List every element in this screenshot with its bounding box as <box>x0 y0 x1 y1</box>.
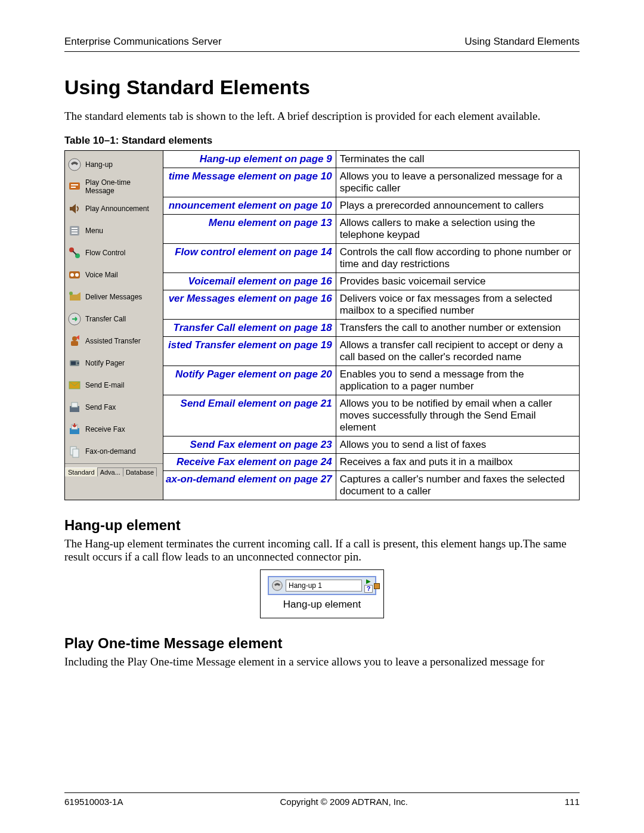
element-link[interactable]: Send Email element on page 21 <box>163 395 336 436</box>
table-row: Hang-upPlay One-time MessagePlay Announc… <box>65 151 580 168</box>
menu-icon <box>67 224 82 238</box>
sidebar-tabs: StandardAdva...Database <box>65 463 163 476</box>
element-link[interactable]: Transfer Call element on page 18 <box>163 320 336 337</box>
hangup-figure-caption: Hang-up element <box>268 599 376 611</box>
sidebar-item[interactable]: Menu <box>67 219 162 241</box>
transfer-icon <box>67 312 82 326</box>
svg-rect-13 <box>70 295 77 301</box>
connector-pin-icon <box>374 583 380 589</box>
phone-icon <box>67 157 82 172</box>
sidebar-item-label: Notify Pager <box>85 359 125 367</box>
sidebar-item[interactable]: Play Announcement <box>67 197 162 219</box>
sidebar-item[interactable]: Send E-mail <box>67 374 162 396</box>
phone-icon <box>271 580 283 592</box>
element-description: Plays a prerecorded announcement to call… <box>336 197 579 215</box>
sidebar-item-label: Deliver Messages <box>85 293 142 301</box>
element-link[interactable]: Receive Fax element on page 24 <box>163 454 336 471</box>
document-page: Enterprise Communications Server Using S… <box>0 0 644 833</box>
sidebar-item-label: Fax-on-demand <box>85 447 136 456</box>
element-description: Controls the call flow according to phon… <box>336 244 579 273</box>
fax-icon <box>67 400 82 414</box>
element-description: Allows callers to make a selection using… <box>336 215 579 244</box>
element-link[interactable]: nnouncement element on page 10 <box>163 197 336 215</box>
svg-point-20 <box>78 362 79 364</box>
page-header: Enterprise Communications Server Using S… <box>64 36 580 52</box>
svg-point-12 <box>75 273 79 277</box>
svg-rect-19 <box>71 361 76 365</box>
element-link[interactable]: Flow control element on page 14 <box>163 244 336 273</box>
element-description: Provides basic voicemail service <box>336 273 579 290</box>
header-left: Enterprise Communications Server <box>64 36 222 48</box>
sidebar-item[interactable]: Hang-up <box>67 153 162 175</box>
speaker-icon <box>67 202 82 216</box>
hangup-section-title: Hang-up element <box>64 517 580 534</box>
element-link[interactable]: ax-on-demand element on page 27 <box>163 471 336 500</box>
sidebar-item-label: Send Fax <box>85 403 116 411</box>
sidebar-item-label: Hang-up <box>85 160 113 169</box>
sidebar-item-label: Menu <box>85 227 103 235</box>
sidebar-item[interactable]: Notify Pager <box>67 352 162 374</box>
sidebar-item-label: Assisted Transfer <box>85 337 141 345</box>
sidebar-item[interactable]: Receive Fax <box>67 418 162 440</box>
element-link[interactable]: ver Messages element on page 16 <box>163 290 336 320</box>
play-icon: ▶ <box>364 578 373 584</box>
element-link[interactable]: Menu element on page 13 <box>163 215 336 244</box>
element-link[interactable]: time Message element on page 10 <box>163 168 336 197</box>
svg-rect-5 <box>72 228 78 229</box>
sidebar-item-label: Voice Mail <box>85 271 118 279</box>
email-icon <box>67 378 82 392</box>
element-description: Allows a transfer call recipient to acce… <box>336 337 579 366</box>
sidebar-item-label: Transfer Call <box>85 315 126 323</box>
element-link[interactable]: Hang-up element on page 9 <box>163 151 336 168</box>
svg-rect-3 <box>71 187 76 188</box>
play-section-body: Including the Play One-time Message elem… <box>64 655 580 668</box>
hangup-section-body: The Hang-up element terminates the curre… <box>64 537 580 563</box>
element-description: Enables you to send a message from the a… <box>336 366 579 395</box>
page-footer: 619510003-1A Copyright © 2009 ADTRAN, In… <box>64 792 580 807</box>
element-description: Transfers the call to another number or … <box>336 320 579 337</box>
footer-right: 111 <box>565 797 580 807</box>
element-description: Receives a fax and puts it in a mailbox <box>336 454 579 471</box>
svg-rect-2 <box>71 184 78 185</box>
footer-left: 619510003-1A <box>64 797 123 807</box>
header-right: Using Standard Elements <box>465 36 580 48</box>
svg-rect-1 <box>69 182 80 190</box>
element-link[interactable]: Send Fax element on page 23 <box>163 436 336 454</box>
sidebar-item[interactable]: Fax-on-demand <box>67 440 162 462</box>
sidebar-item-label: Receive Fax <box>85 425 125 433</box>
sidebar-item-label: Send E-mail <box>85 381 124 389</box>
sidebar-item-label: Play One-time Message <box>85 178 162 195</box>
tab-other[interactable]: Database <box>123 467 157 476</box>
element-description: Captures a caller's number and faxes the… <box>336 471 579 500</box>
element-description: Delivers voice or fax messages from a se… <box>336 290 579 320</box>
footer-center: Copyright © 2009 ADTRAN, Inc. <box>280 797 407 807</box>
tab-standard[interactable]: Standard <box>65 467 98 476</box>
svg-point-14 <box>69 292 73 295</box>
svg-rect-23 <box>72 402 78 407</box>
sidebar-item[interactable]: Send Fax <box>67 396 162 418</box>
svg-rect-7 <box>72 233 78 234</box>
table-caption: Table 10–1: Standard elements <box>64 135 580 147</box>
fod-icon <box>67 444 82 459</box>
element-description: Allows you to send a list of faxes <box>336 436 579 454</box>
element-link[interactable]: isted Transfer element on page 19 <box>163 337 336 366</box>
hangup-figure: Hang-up 1 ▶ ? Hang-up element <box>260 569 384 618</box>
sidebar-item[interactable]: Deliver Messages <box>67 286 162 308</box>
hangup-widget-label: Hang-up 1 <box>286 580 362 592</box>
vmail-icon <box>67 268 82 282</box>
sidebar-item[interactable]: Play One-time Message <box>67 175 162 197</box>
sidebar-item[interactable]: Flow Control <box>67 241 162 264</box>
element-description: Allows you to leave a personalized messa… <box>336 168 579 197</box>
tab-other[interactable]: Adva... <box>97 467 123 476</box>
flow-icon <box>67 246 82 260</box>
assist-icon <box>67 334 82 348</box>
element-link[interactable]: Voicemail element on page 16 <box>163 273 336 290</box>
sidebar-item[interactable]: Assisted Transfer <box>67 330 162 352</box>
sidebar-item-label: Play Announcement <box>85 205 149 213</box>
hangup-widget: Hang-up 1 ▶ ? <box>268 576 376 595</box>
sidebar-item[interactable]: Voice Mail <box>67 264 162 286</box>
svg-point-0 <box>69 159 80 171</box>
element-link[interactable]: Notify Pager element on page 20 <box>163 366 336 395</box>
sidebar-item[interactable]: Transfer Call <box>67 308 162 330</box>
intro-paragraph: The standard elements tab is shown to th… <box>64 110 580 123</box>
